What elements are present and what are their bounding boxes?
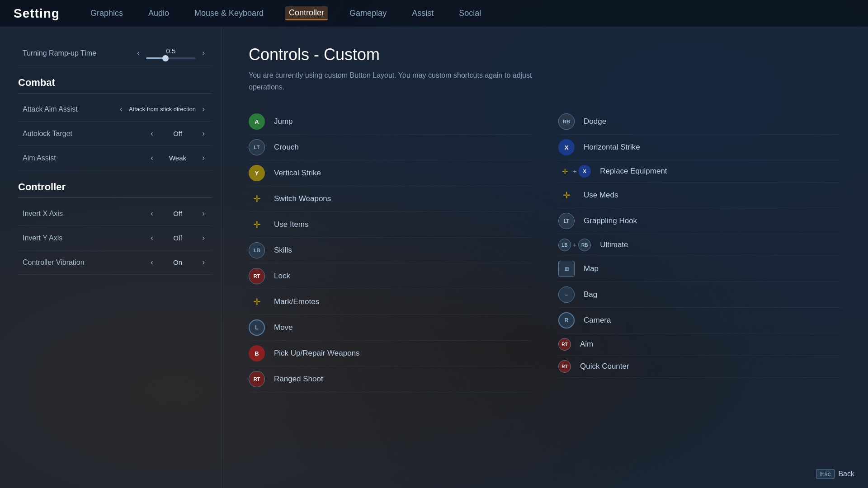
jump-label: Jump bbox=[274, 117, 531, 126]
button-lb-icon: LB bbox=[249, 242, 265, 258]
turning-rampup-slider[interactable] bbox=[146, 57, 196, 59]
tab-audio[interactable]: Audio bbox=[145, 7, 173, 20]
button-a-icon: A bbox=[249, 113, 265, 130]
dpad-icon-items: ✛ bbox=[249, 216, 265, 233]
control-bag: ≡ Bag bbox=[558, 282, 841, 308]
left-stick-icon: L bbox=[249, 319, 265, 336]
control-ultimate: LB + RB Ultimate bbox=[558, 234, 841, 256]
lock-label: Lock bbox=[274, 272, 531, 281]
attack-aim-assist-row: Attack Aim Assist ‹ Attack from stick di… bbox=[18, 97, 212, 122]
back-button-area[interactable]: Esc Back bbox=[816, 469, 854, 479]
control-switch-weapons: ✛ Switch Weapons bbox=[249, 186, 531, 212]
skills-label: Skills bbox=[274, 246, 531, 255]
combat-divider bbox=[18, 93, 212, 94]
control-aim: RT Aim bbox=[558, 333, 841, 356]
button-x-icon: X bbox=[558, 139, 575, 155]
turning-rampup-label: Turning Ramp-up Time bbox=[23, 49, 96, 57]
control-camera: R Camera bbox=[558, 308, 841, 333]
invert-y-decrease[interactable]: ‹ bbox=[148, 232, 156, 244]
invert-y-increase[interactable]: › bbox=[199, 232, 208, 244]
control-crouch: LT Crouch bbox=[249, 135, 531, 160]
control-jump: A Jump bbox=[249, 109, 531, 135]
control-skills: LB Skills bbox=[249, 238, 531, 263]
header: Setting Graphics Audio Mouse & Keyboard … bbox=[0, 0, 868, 27]
control-dodge: RB Dodge bbox=[558, 109, 841, 135]
plus-sign-replace: + bbox=[573, 168, 576, 175]
invert-x-decrease[interactable]: ‹ bbox=[148, 208, 156, 219]
replace-equipment-label: Replace Equipment bbox=[600, 167, 841, 176]
controls-grid: A Jump LT Crouch Y Vertical Strike ✛ Swi… bbox=[249, 109, 841, 392]
lb-ultimate-icon: LB bbox=[558, 239, 571, 251]
autolock-target-row: Autolock Target ‹ Off › bbox=[18, 122, 212, 146]
vibration-value: On bbox=[160, 258, 196, 266]
dpad-icon-switch: ✛ bbox=[249, 191, 265, 207]
ranged-shoot-label: Ranged Shoot bbox=[274, 375, 531, 384]
app-title: Setting bbox=[14, 6, 60, 21]
dpad-x-combo-icon: ✛ + X bbox=[558, 165, 591, 178]
camera-label: Camera bbox=[584, 316, 841, 325]
aim-assist-label: Aim Assist bbox=[23, 154, 56, 162]
invert-x-increase[interactable]: › bbox=[199, 208, 208, 219]
left-panel: Turning Ramp-up Time ‹ 0.5 › Combat Atta… bbox=[0, 27, 222, 488]
aim-label: Aim bbox=[580, 340, 841, 349]
invert-x-label: Invert X Axis bbox=[23, 210, 63, 218]
turning-rampup-thumb[interactable] bbox=[162, 55, 169, 61]
aim-assist-row: Aim Assist ‹ Weak › bbox=[18, 146, 212, 170]
turning-rampup-control: ‹ 0.5 › bbox=[134, 47, 208, 59]
switch-weapons-label: Switch Weapons bbox=[274, 194, 531, 203]
button-rt-ranged-icon: RT bbox=[249, 371, 265, 387]
invert-x-value: Off bbox=[160, 210, 196, 217]
right-panel: Controls - Custom You are currently usin… bbox=[222, 27, 868, 488]
turning-rampup-row: Turning Ramp-up Time ‹ 0.5 › bbox=[18, 41, 212, 66]
button-b-icon: B bbox=[249, 345, 265, 361]
autolock-target-decrease[interactable]: ‹ bbox=[148, 128, 156, 139]
turning-rampup-fill bbox=[146, 57, 164, 59]
bag-label: Bag bbox=[584, 290, 841, 299]
button-rb-icon: RB bbox=[558, 113, 575, 130]
combat-section-title: Combat bbox=[18, 77, 212, 89]
lb-rb-combo-icon: LB + RB bbox=[558, 239, 591, 251]
turning-rampup-increase[interactable]: › bbox=[199, 47, 208, 59]
control-lock: RT Lock bbox=[249, 263, 531, 289]
tab-social[interactable]: Social bbox=[455, 7, 485, 20]
control-ranged-shoot: RT Ranged Shoot bbox=[249, 366, 531, 392]
button-rt-lock-icon: RT bbox=[249, 268, 265, 284]
rb-ultimate-icon: RB bbox=[578, 239, 591, 251]
attack-aim-assist-increase[interactable]: › bbox=[199, 103, 208, 115]
vibration-increase[interactable]: › bbox=[199, 257, 208, 268]
controls-left-column: A Jump LT Crouch Y Vertical Strike ✛ Swi… bbox=[249, 109, 531, 392]
button-y-icon: Y bbox=[249, 165, 265, 181]
button-lt-grapple-icon: LT bbox=[558, 213, 575, 229]
tab-controller[interactable]: Controller bbox=[285, 6, 328, 20]
back-label: Back bbox=[838, 470, 854, 478]
control-move: L Move bbox=[249, 315, 531, 341]
move-label: Move bbox=[274, 323, 531, 332]
autolock-target-increase[interactable]: › bbox=[199, 128, 208, 139]
invert-y-row: Invert Y Axis ‹ Off › bbox=[18, 226, 212, 250]
esc-key: Esc bbox=[816, 469, 835, 479]
invert-y-label: Invert Y Axis bbox=[23, 234, 62, 242]
horizontal-strike-label: Horizontal Strike bbox=[584, 143, 841, 152]
tab-mouse-keyboard[interactable]: Mouse & Keyboard bbox=[191, 7, 267, 20]
right-stick-icon: R bbox=[558, 312, 575, 328]
button-rt-aim-icon: RT bbox=[558, 338, 571, 351]
x-replace-icon: X bbox=[578, 165, 591, 178]
invert-y-value: Off bbox=[160, 234, 196, 242]
vibration-decrease[interactable]: ‹ bbox=[148, 257, 156, 268]
button-lt-icon: LT bbox=[249, 139, 265, 155]
ultimate-label: Ultimate bbox=[600, 240, 841, 249]
attack-aim-assist-decrease[interactable]: ‹ bbox=[117, 103, 125, 115]
dodge-label: Dodge bbox=[584, 117, 841, 126]
autolock-target-label: Autolock Target bbox=[23, 130, 72, 138]
tab-assist[interactable]: Assist bbox=[408, 7, 437, 20]
aim-assist-increase[interactable]: › bbox=[199, 152, 208, 164]
control-grappling-hook: LT Grappling Hook bbox=[558, 208, 841, 234]
mark-emotes-label: Mark/Emotes bbox=[274, 297, 531, 306]
aim-assist-decrease[interactable]: ‹ bbox=[148, 152, 156, 164]
attack-aim-assist-label: Attack Aim Assist bbox=[23, 105, 78, 113]
turning-rampup-decrease[interactable]: ‹ bbox=[134, 47, 142, 59]
tab-gameplay[interactable]: Gameplay bbox=[346, 7, 390, 20]
aim-assist-control: ‹ Weak › bbox=[148, 152, 208, 164]
tab-graphics[interactable]: Graphics bbox=[87, 7, 127, 20]
attack-aim-assist-control: ‹ Attack from stick direction › bbox=[117, 103, 208, 115]
